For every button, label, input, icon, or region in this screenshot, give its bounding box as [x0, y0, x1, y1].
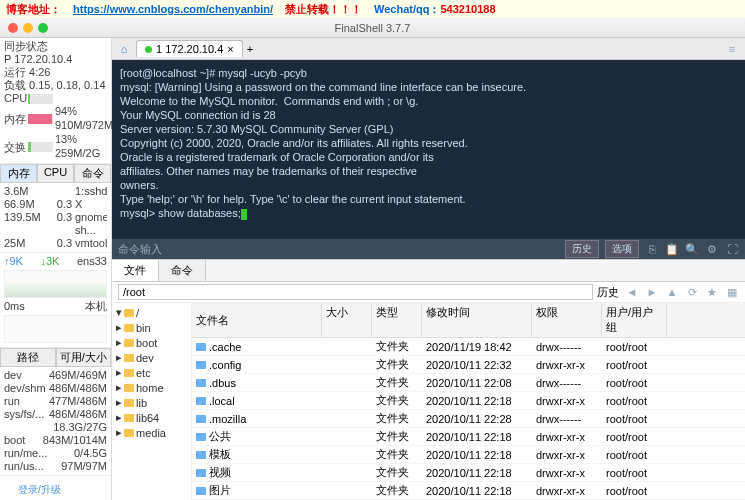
disk-row[interactable]: run/me...0/4.5G: [4, 447, 107, 460]
sync-status: 同步状态: [4, 40, 48, 53]
disk-row[interactable]: run477M/486M: [4, 395, 107, 408]
file-panel: 文件 命令 /root 历史 ◄ ► ▲ ⟳ ★ ▦ ▾ /▸ bin▸ boo…: [112, 259, 745, 500]
terminal-line: Copyright (c) 2000, 2020, Oracle and/or …: [120, 136, 737, 150]
tree-item[interactable]: ▸ lib: [114, 395, 189, 410]
file-tree[interactable]: ▾ /▸ bin▸ boot▸ dev▸ etc▸ home▸ lib▸ lib…: [112, 303, 192, 500]
options-button[interactable]: 选项: [605, 240, 639, 258]
col-size[interactable]: 大小: [322, 303, 372, 337]
file-row[interactable]: .local文件夹2020/10/11 22:18drwxr-xr-xroot/…: [192, 392, 745, 410]
traffic-lights[interactable]: [0, 23, 48, 33]
tree-item[interactable]: ▸ media: [114, 425, 189, 440]
process-row[interactable]: 25M0.3vmtoolsd: [4, 237, 107, 250]
file-row[interactable]: .cache文件夹2020/11/19 18:42drwx------root/…: [192, 338, 745, 356]
copy-icon[interactable]: ⎘: [645, 242, 659, 256]
terminal-line: mysql: [Warning] Using a password on the…: [120, 80, 737, 94]
blog-label: 博客地址：: [6, 2, 61, 17]
terminal-line: Type 'help;' or '\h' for help. Type '\c'…: [120, 192, 737, 206]
col-type[interactable]: 类型: [372, 303, 422, 337]
file-list[interactable]: 文件名 大小 类型 修改时间 权限 用户/用户组 .cache文件夹2020/1…: [192, 303, 745, 500]
terminal-line: Server version: 5.7.30 MySQL Community S…: [120, 122, 737, 136]
col-user[interactable]: 用户/用户组: [602, 303, 667, 337]
process-tabs[interactable]: 内存 CPU 命令: [0, 164, 111, 183]
tree-item[interactable]: ▸ dev: [114, 350, 189, 365]
nav-fwd-icon[interactable]: ►: [645, 285, 659, 299]
title-bar: FinalShell 3.7.7: [0, 18, 745, 38]
cpu-label: CPU: [4, 92, 26, 105]
disk-row[interactable]: run/us...97M/97M: [4, 460, 107, 473]
terminal-line: Your MySQL connection id is 28: [120, 108, 737, 122]
tree-item[interactable]: ▸ etc: [114, 365, 189, 380]
folder-icon: [196, 343, 206, 351]
blog-url[interactable]: https://www.cnblogs.com/chenyanbin/: [73, 3, 273, 15]
menu-icon[interactable]: ≡: [725, 42, 739, 56]
add-tab-icon[interactable]: +: [247, 43, 253, 55]
disk-list: dev469M/469Mdev/shm486M/486Mrun477M/486M…: [0, 367, 111, 476]
terminal-line: [root@localhost ~]# mysql -ucyb -pcyb: [120, 66, 737, 80]
col-name[interactable]: 文件名: [192, 303, 322, 337]
file-row[interactable]: 图片文件夹2020/10/11 22:18drwxr-xr-xroot/root: [192, 482, 745, 500]
file-row[interactable]: 模板文件夹2020/10/11 22:18drwxr-xr-xroot/root: [192, 446, 745, 464]
tree-item[interactable]: ▸ bin: [114, 320, 189, 335]
tree-item[interactable]: ▸ boot: [114, 335, 189, 350]
process-row[interactable]: 139.5M0.3gnome-sh...: [4, 211, 107, 237]
runtime-label: 运行 4:26: [4, 66, 50, 79]
disk-row[interactable]: dev/shm486M/486M: [4, 382, 107, 395]
connection-tab[interactable]: 1 172.20.10.4 ×: [136, 40, 243, 57]
tree-item[interactable]: ▾ /: [114, 305, 189, 320]
nav-back-icon[interactable]: ◄: [625, 285, 639, 299]
bookmark-icon[interactable]: ★: [705, 285, 719, 299]
disk-size-hdr: 可用/大小: [56, 348, 112, 367]
upgrade-link[interactable]: 登录/升级: [18, 483, 61, 497]
col-date[interactable]: 修改时间: [422, 303, 532, 337]
nav-up-icon[interactable]: ▲: [665, 285, 679, 299]
terminal-line: Oracle is a registered trademark of Orac…: [120, 150, 737, 164]
file-row[interactable]: .config文件夹2020/10/11 22:32drwxr-xr-xroot…: [192, 356, 745, 374]
forbid-text: 禁止转载！！！: [285, 2, 362, 17]
file-tab-files[interactable]: 文件: [112, 260, 159, 281]
refresh-icon[interactable]: ⟳: [685, 285, 699, 299]
tab-cmd[interactable]: 命令: [74, 164, 111, 183]
header-banner: 博客地址： https://www.cnblogs.com/chenyanbin…: [0, 0, 745, 18]
net-chart: [4, 270, 107, 298]
maximize-window-icon[interactable]: [38, 23, 48, 33]
view-icon[interactable]: ▦: [725, 285, 739, 299]
file-row[interactable]: .dbus文件夹2020/10/11 22:08drwx------root/r…: [192, 374, 745, 392]
history-button[interactable]: 历史: [565, 240, 599, 258]
close-window-icon[interactable]: [8, 23, 18, 33]
expand-icon[interactable]: ⛶: [725, 242, 739, 256]
sidebar: 同步状态 P 172.20.10.4 运行 4:26 负载 0.15, 0.18…: [0, 38, 112, 500]
paste-icon[interactable]: 📋: [665, 242, 679, 256]
tab-cpu[interactable]: CPU: [37, 164, 74, 183]
disk-row[interactable]: sys/fs/...486M/486M: [4, 408, 107, 421]
settings-icon[interactable]: ⚙: [705, 242, 719, 256]
terminal-prompt-line[interactable]: mysql> show databases;: [120, 206, 737, 220]
folder-icon: [196, 415, 206, 423]
home-icon[interactable]: ⌂: [116, 41, 132, 57]
file-row[interactable]: 视频文件夹2020/10/11 22:18drwxr-xr-xroot/root: [192, 464, 745, 482]
tab-mem[interactable]: 内存: [0, 164, 37, 183]
tree-item[interactable]: ▸ lib64: [114, 410, 189, 425]
disk-row[interactable]: boot843M/1014M: [4, 434, 107, 447]
contact-id: 543210188: [440, 3, 495, 15]
tree-item[interactable]: ▸ home: [114, 380, 189, 395]
terminal[interactable]: ↖ [root@localhost ~]# mysql -ucyb -pcybm…: [112, 60, 745, 239]
tab-close-icon[interactable]: ×: [227, 43, 233, 55]
col-perm[interactable]: 权限: [532, 303, 602, 337]
file-row[interactable]: 公共文件夹2020/10/11 22:18drwxr-xr-xroot/root: [192, 428, 745, 446]
disk-row[interactable]: dev469M/469M: [4, 369, 107, 382]
load-label: 负载 0.15, 0.18, 0.14: [4, 79, 106, 92]
file-row[interactable]: .mozilla文件夹2020/10/11 22:28drwx------roo…: [192, 410, 745, 428]
file-tab-cmd[interactable]: 命令: [159, 260, 206, 281]
file-history-btn[interactable]: 历史: [597, 285, 619, 300]
path-input[interactable]: /root: [118, 284, 593, 300]
cmd-input-label: 命令输入: [118, 242, 162, 257]
mem-label: 内存: [4, 113, 26, 126]
contact-label: Wechat/qq：: [374, 3, 440, 15]
host-label: 本机: [85, 300, 107, 313]
search-icon[interactable]: 🔍: [685, 242, 699, 256]
disk-row[interactable]: 18.3G/27G: [4, 421, 107, 434]
process-row[interactable]: 66.9M0.3X: [4, 198, 107, 211]
minimize-window-icon[interactable]: [23, 23, 33, 33]
process-row[interactable]: 3.6M1:sshd: [4, 185, 107, 198]
terminal-line: Welcome to the MySQL monitor. Commands e…: [120, 94, 737, 108]
